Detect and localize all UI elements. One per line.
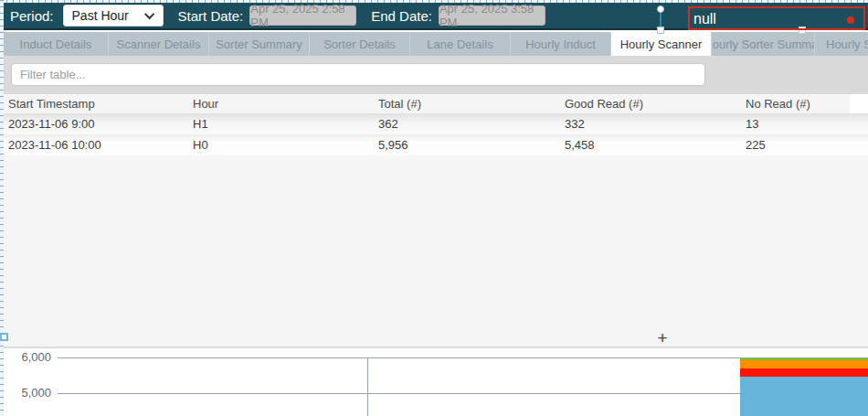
filter-bar	[4, 56, 868, 94]
tab-hourly-induct[interactable]: Hourly Induct	[511, 32, 611, 56]
tab-hourly-sort[interactable]: Hourly Sort	[815, 32, 868, 56]
tab-sorter-details[interactable]: Sorter Details	[310, 32, 410, 56]
selection-handle-circle[interactable]	[657, 5, 664, 13]
tab-induct-details[interactable]: Induct Details	[4, 32, 109, 56]
ruler-top	[0, 0, 868, 3]
tab-hourly-sorter-summar[interactable]: Hourly Sorter Summar	[712, 32, 815, 56]
table-row[interactable]: 2023-11-06 10:00 H0 5,956 5,458 225	[4, 134, 868, 155]
start-date-label: Start Date:	[178, 8, 244, 24]
tab-scanner-details[interactable]: Scanner Details	[109, 32, 209, 56]
cell-total: 5,956	[374, 138, 560, 152]
table-empty-area	[4, 155, 868, 347]
cell-no-read: 13	[741, 117, 868, 131]
tab-hourly-scanner[interactable]: Hourly Scanner	[611, 32, 712, 56]
period-label: Period:	[10, 8, 54, 24]
end-date-label: End Date:	[371, 8, 432, 24]
annotation-null-text: null	[693, 11, 716, 27]
selection-handle-square-left[interactable]	[0, 333, 8, 341]
cell-good-read: 5,458	[560, 138, 741, 152]
data-table: Start Timestamp Hour Total (#) Good Read…	[4, 94, 868, 155]
period-select[interactable]: Past Hour	[63, 5, 164, 27]
stacked-bar-blue-segment[interactable]	[740, 377, 868, 416]
table-row[interactable]: 2023-11-06 9:00 H1 362 332 13	[4, 113, 868, 134]
cell-start-timestamp: 2023-11-06 9:00	[4, 117, 188, 131]
cell-hour: H1	[188, 117, 374, 131]
cell-good-read: 332	[560, 117, 741, 131]
tab-strip: Induct DetailsScanner DetailsSorter Summ…	[4, 32, 868, 56]
ruler-left	[0, 0, 4, 416]
tab-lane-details[interactable]: Lane Details	[410, 32, 511, 56]
end-date-input[interactable]: Apr 25, 2025 3:58 PM	[439, 5, 545, 26]
category-divider-line	[367, 357, 368, 416]
stacked-bar-orange-segment[interactable]	[740, 360, 868, 369]
column-header[interactable]: No Read (#)	[741, 97, 850, 111]
cell-hour: H0	[188, 138, 374, 152]
record-dot-icon	[847, 16, 854, 24]
start-date-input[interactable]: Apr 25, 2025 2:58 PM	[249, 5, 356, 26]
table-header-row: Start Timestamp Hour Total (#) Good Read…	[4, 94, 850, 113]
hourly-scanner-chart[interactable]: 6,0005,000	[4, 348, 868, 416]
column-header[interactable]: Good Read (#)	[560, 97, 741, 111]
period-select-value: Past Hour	[72, 8, 129, 23]
expand-chart-button[interactable]: +	[652, 328, 672, 348]
y-axis-tick-label: 5,000	[4, 386, 51, 400]
chevron-down-icon	[143, 9, 153, 19]
stacked-bar-red-segment[interactable]	[740, 368, 868, 377]
annotation-null-box[interactable]: null	[688, 6, 865, 30]
start-date-value: Apr 25, 2025 2:58 PM	[250, 2, 355, 29]
tab-sorter-summary[interactable]: Sorter Summary	[209, 32, 310, 56]
cell-start-timestamp: 2023-11-06 10:00	[4, 138, 188, 152]
cell-no-read: 225	[741, 138, 868, 152]
column-header[interactable]: Hour	[188, 97, 374, 111]
end-date-value: Apr 25, 2025 3:58 PM	[439, 2, 545, 29]
y-axis-tick-label: 6,000	[4, 350, 51, 364]
cell-total: 362	[374, 117, 560, 131]
filter-table-input[interactable]	[11, 63, 705, 86]
column-header[interactable]: Total (#)	[374, 97, 560, 111]
column-header[interactable]: Start Timestamp	[4, 97, 188, 111]
selection-handle-square[interactable]	[657, 27, 664, 34]
